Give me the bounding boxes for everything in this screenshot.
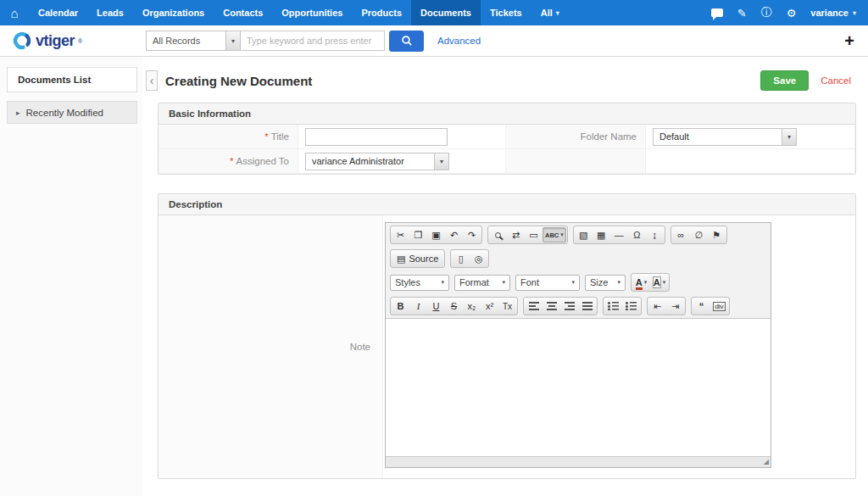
advanced-search-link[interactable]: Advanced [437,36,481,46]
chat-icon[interactable] [711,8,723,17]
folder-name-select[interactable]: Default ▾ [653,128,797,146]
paste-icon[interactable]: ▣ [427,227,445,242]
nav-all[interactable]: All ▾ [531,0,569,25]
image-icon[interactable]: ▧ [575,227,593,242]
horizontal-rule-icon[interactable]: ― [610,227,628,242]
nav-products[interactable]: Products [352,0,411,25]
strikethrough-icon[interactable]: S [445,298,463,314]
find-icon[interactable] [489,227,507,242]
nav-opportunities[interactable]: Opportunities [272,0,352,25]
chevron-down-icon: ▾ [434,153,448,170]
bullet-list-icon[interactable] [622,298,640,314]
align-justify-icon[interactable] [578,298,596,314]
new-page-icon[interactable]: ▯ [452,251,470,266]
text-color-letter: A [636,277,643,290]
basicstyles-group: B I U S x₂ x² Tx [390,297,518,315]
vtiger-logo[interactable]: vtiger® [12,31,146,51]
preview-icon[interactable]: ◎ [470,251,487,266]
nav-organizations[interactable]: Organizations [133,0,214,25]
spellcheck-button[interactable]: ABC ▾ [542,227,566,242]
nav-documents[interactable]: Documents [411,0,481,25]
user-menu[interactable]: variance ▾ [810,8,856,18]
find-group: ⇄ ▭ ABC ▾ [487,226,568,244]
font-dropdown[interactable]: Font ▾ [515,275,580,291]
create-div-icon[interactable]: div [710,298,728,314]
select-all-icon[interactable]: ▭ [525,227,542,242]
chevron-down-icon: ▾ [853,9,856,17]
info-icon[interactable]: ⓘ [761,5,772,20]
bold-icon[interactable]: B [392,298,409,314]
blockquote-icon[interactable]: “ [693,298,710,314]
align-right-icon[interactable] [560,298,578,314]
format-dropdown[interactable]: Format ▾ [454,275,510,291]
chevron-down-icon: ▾ [571,279,575,286]
chevron-down-icon: ▾ [225,31,240,50]
main-nav: Calendar Leads Organizations Contacts Op… [29,0,569,25]
chevron-down-icon: ▾ [644,279,648,286]
nav-tickets[interactable]: Tickets [481,0,531,25]
spellcheck-label: ABC [545,231,559,239]
size-dropdown[interactable]: Size ▾ [585,275,626,291]
source-button[interactable]: ▤ Source [392,251,443,266]
page-title: Creating New Document [165,74,312,88]
title-input[interactable] [305,128,448,146]
styles-dropdown[interactable]: Styles ▾ [390,275,449,291]
nav-calendar[interactable]: Calendar [29,0,87,25]
outdent-icon[interactable]: ⇤ [648,298,666,314]
replace-icon[interactable]: ⇄ [507,227,525,242]
numbered-list-icon[interactable] [604,298,622,314]
special-character-icon[interactable]: Ω [628,227,646,242]
subscript-icon[interactable]: x₂ [463,298,481,314]
search-button[interactable] [389,31,424,52]
cancel-button[interactable]: Cancel [821,75,851,86]
align-left-icon[interactable] [525,298,542,314]
home-icon[interactable]: ⌂ [0,6,29,20]
back-button[interactable]: ‹ [146,70,158,91]
sidebar-item-documents-list[interactable]: Documents List [7,67,137,92]
clipboard-group: ✂ ❐ ▣ ↶ ↷ [390,226,482,244]
chevron-down-icon: ▾ [556,9,559,17]
search-input[interactable] [241,31,385,51]
main-content: ‹ Creating New Document Save Cancel Basi… [142,57,868,496]
anchor-flag-icon[interactable]: ⚑ [708,227,726,242]
chevron-down-icon: ▾ [663,279,666,286]
link-icon[interactable]: ∞ [672,227,690,242]
records-filter-select[interactable]: All Records ▾ [146,31,241,51]
empty-field-cell [646,149,855,174]
sidebar-item-recently-modified[interactable]: ▸ Recently Modified [7,101,137,124]
folder-name-value: Default [654,129,782,145]
redo-icon[interactable]: ↷ [463,227,481,242]
assigned-to-select[interactable]: variance Administrator ▾ [305,153,449,170]
align-center-icon[interactable] [542,298,560,314]
undo-icon[interactable]: ↶ [445,227,463,242]
nav-leads[interactable]: Leads [87,0,133,25]
copy-icon[interactable]: ❐ [409,227,427,242]
required-mark: * [230,156,233,166]
remove-format-icon[interactable]: Tx [498,298,516,314]
background-color-button[interactable]: A ▾ [650,275,668,290]
underline-icon[interactable]: U [427,298,445,314]
chevron-down-icon: ▾ [502,279,505,286]
note-label: Note [159,215,383,478]
superscript-icon[interactable]: x² [481,298,498,314]
add-record-button[interactable]: + [844,32,854,49]
resize-handle-icon[interactable]: ◢ [764,459,769,465]
gear-icon[interactable]: ⚙ [787,7,797,20]
text-color-button[interactable]: A ▾ [632,275,650,290]
page-break-icon[interactable]: ↨ [646,227,664,242]
nav-contacts[interactable]: Contacts [214,0,272,25]
username-label: variance [810,8,849,18]
description-section: Description Note ✂ ❐ ▣ ↶ ↷ [158,193,856,479]
sidebar: Documents List ▸ Recently Modified [0,57,142,496]
save-button[interactable]: Save [760,70,809,91]
pencil-icon[interactable]: ✎ [737,7,747,20]
nav-utilities: ✎ ⓘ ⚙ variance ▾ [711,5,868,20]
title-field-cell [298,125,506,149]
description-body: Note ✂ ❐ ▣ ↶ ↷ [159,215,855,478]
italic-icon[interactable]: I [409,298,427,314]
indent-icon[interactable]: ⇥ [666,298,684,314]
cut-icon[interactable]: ✂ [392,227,409,242]
editor-content-area[interactable] [386,318,771,456]
unlink-icon[interactable]: ∅ [690,227,708,242]
table-icon[interactable]: ▦ [593,227,610,242]
